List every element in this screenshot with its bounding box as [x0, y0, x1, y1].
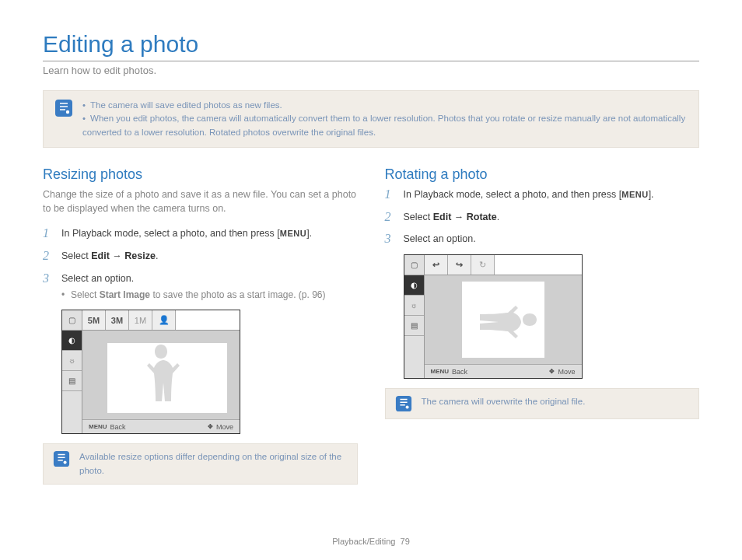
resizing-heading: Resizing photos: [43, 166, 358, 183]
step-body: In Playback mode, select a photo, and th…: [404, 187, 700, 202]
page-subtitle: Learn how to edit photos.: [43, 65, 699, 76]
rotate-note-box: The camera will overwrite the original f…: [385, 388, 700, 419]
tool-btn: 3M: [106, 310, 129, 330]
tool-btn: ↩: [425, 255, 448, 275]
screen-footer: MENUBack ✥Move: [82, 419, 240, 433]
left-column: Resizing photos Change the size of a pho…: [43, 166, 358, 485]
step-item: 1 In Playback mode, select a photo, and …: [385, 187, 700, 202]
screen-canvas-bg: [425, 275, 582, 364]
top-note-item: The camera will save edited photos as ne…: [82, 99, 688, 112]
note-icon: [53, 450, 70, 467]
resize-note-text: Available resize options differ dependin…: [79, 450, 348, 478]
screen-toolbar: ↩ ↪ ↻: [425, 255, 582, 275]
step-item: 3 Select an option.: [385, 232, 700, 247]
person-silhouette-rotated-icon: [468, 300, 538, 339]
step-number: 2: [43, 249, 54, 264]
right-column: Rotating a photo 1 In Playback mode, sel…: [385, 166, 700, 485]
step-sub-note: Select Start Image to save the photo as …: [61, 288, 358, 302]
page-footer: Playback/Editing 79: [0, 537, 742, 546]
resizing-steps: 1 In Playback mode, select a photo, and …: [43, 226, 358, 302]
tool-btn: ↪: [448, 255, 471, 275]
top-note-list: The camera will save edited photos as ne…: [82, 99, 688, 139]
svg-rect-0: [55, 100, 72, 117]
sidebar-btn: ▤: [404, 316, 424, 336]
step-number: 1: [43, 226, 54, 241]
sidebar-btn: ▢: [404, 255, 424, 275]
step-number: 1: [385, 187, 396, 202]
sidebar-btn: ☼: [62, 351, 82, 371]
footer-back: MENUBack: [431, 368, 468, 376]
sidebar-btn: ▤: [62, 371, 82, 391]
resize-note-box: Available resize options differ dependin…: [43, 443, 358, 485]
tool-btn: ↻: [471, 255, 495, 275]
resizing-sub: Change the size of a photo and save it a…: [43, 187, 358, 215]
step-item: 2 Select Edit → Resize.: [43, 249, 358, 264]
footer-back: MENUBack: [89, 423, 126, 431]
step-body: Select Edit → Resize.: [61, 249, 358, 264]
step-item: 2 Select Edit → Rotate.: [385, 210, 700, 225]
footer-move: ✥Move: [549, 368, 575, 376]
person-silhouette-icon: [142, 343, 180, 413]
svg-point-5: [405, 406, 408, 409]
note-icon: [54, 99, 73, 117]
menu-key: MENU: [280, 229, 306, 238]
menu-key: MENU: [621, 190, 648, 199]
step-body: Select an option. Select Start Image to …: [61, 271, 358, 303]
svg-rect-4: [395, 396, 411, 411]
svg-rect-2: [54, 451, 69, 467]
step-item: 3 Select an option. Select Start Image t…: [43, 271, 358, 303]
resize-screen-mock: ▢ ◐ ☼ ▤ 5M 3M 1M 👤 1984 X 1488 MEN: [61, 310, 240, 434]
tool-btn: 5M: [82, 310, 106, 330]
screen-toolbar: 5M 3M 1M 👤: [82, 310, 240, 331]
footer-move: ✥Move: [208, 423, 233, 431]
screen-sidebar: ▢ ◐ ☼ ▤: [62, 310, 82, 433]
screen-canvas-bg: [82, 331, 240, 419]
rotate-note-text: The camera will overwrite the original f…: [422, 395, 690, 408]
step-number: 2: [385, 210, 396, 225]
tool-btn: 👤: [152, 310, 176, 330]
top-note-item: When you edit photos, the camera will au…: [82, 112, 688, 139]
rotating-heading: Rotating a photo: [385, 166, 700, 183]
screen-sidebar: ▢ ◐ ☼ ▤: [404, 255, 425, 378]
step-number: 3: [43, 271, 54, 303]
step-body: In Playback mode, select a photo, and th…: [61, 226, 358, 241]
step-body: Select Edit → Rotate.: [404, 210, 700, 225]
step-item: 1 In Playback mode, select a photo, and …: [43, 226, 358, 241]
sidebar-btn: ☼: [404, 296, 424, 316]
screen-footer: MENUBack ✥Move: [425, 364, 582, 378]
sidebar-btn-active: ◐: [62, 331, 82, 351]
page-title: Editing a photo: [43, 31, 699, 61]
step-number: 3: [385, 232, 396, 247]
screen-canvas: [462, 282, 544, 358]
svg-point-3: [64, 461, 67, 464]
sidebar-btn-active: ◐: [404, 275, 424, 296]
rotate-screen-mock: ▢ ◐ ☼ ▤ ↩ ↪ ↻ Right 90˚ MENUBack ✥M: [404, 254, 583, 379]
note-icon: [395, 395, 412, 412]
rotating-steps: 1 In Playback mode, select a photo, and …: [385, 187, 700, 247]
step-body: Select an option.: [404, 232, 700, 247]
sidebar-btn: ▢: [62, 310, 82, 331]
top-note-box: The camera will save edited photos as ne…: [43, 90, 699, 148]
svg-point-1: [66, 110, 69, 114]
tool-btn: 1M: [129, 310, 152, 330]
screen-canvas: [107, 343, 227, 413]
